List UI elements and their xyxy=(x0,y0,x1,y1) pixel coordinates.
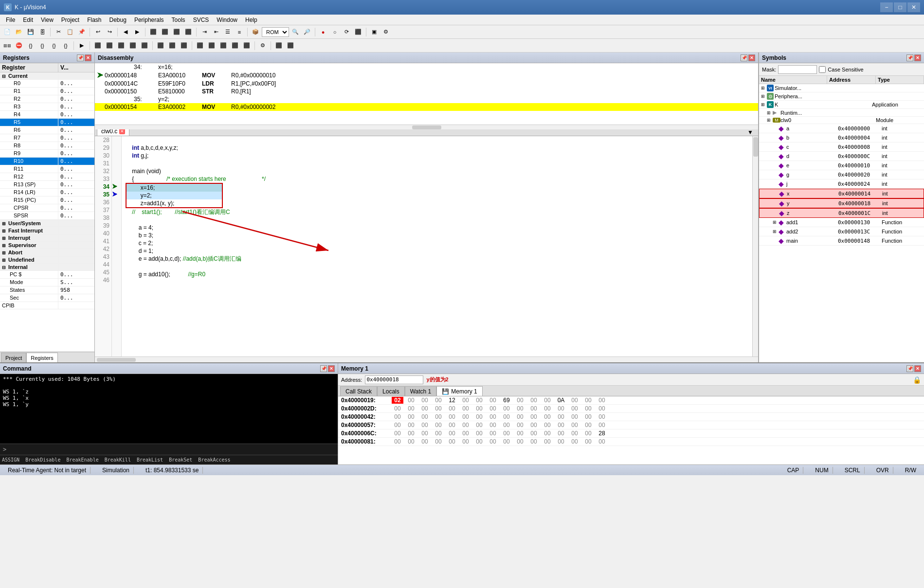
code-line-37[interactable]: // start1(); //start1()看汇编调用C xyxy=(125,208,752,216)
tb2-d3[interactable]: ⬛ xyxy=(179,40,189,51)
registers-close-icon[interactable]: ✕ xyxy=(85,54,91,61)
tb2-g1[interactable]: ⬛ xyxy=(273,40,284,51)
menu-help[interactable]: Help xyxy=(241,16,261,24)
memory-address-input[interactable] xyxy=(365,375,423,384)
code-line-41[interactable]: c = 2; xyxy=(125,239,752,247)
sym-simulator[interactable]: ⊞ VI Simulator... xyxy=(759,84,924,92)
toolbar-fwd[interactable]: ▶ xyxy=(132,27,143,37)
toolbar-zoom-in[interactable]: 🔎 xyxy=(302,27,312,37)
menu-tools[interactable]: Tools xyxy=(168,16,189,24)
reg-r15pc[interactable]: R15 (PC)0... xyxy=(0,196,94,204)
memory-lock-icon[interactable]: 🔒 xyxy=(913,376,921,384)
toolbar-stop[interactable]: ○ xyxy=(329,27,340,37)
disasm-row-14c[interactable]: 0x0000014C E59F10F0 LDR R1,[PC,#0x00F0] xyxy=(95,80,758,88)
sym-var-e[interactable]: ◆ e 0x40000010 int xyxy=(759,161,924,170)
tb2-d1[interactable]: ⬛ xyxy=(155,40,166,51)
mask-input[interactable] xyxy=(778,65,817,74)
tab-project[interactable]: Project xyxy=(1,353,26,362)
close-button[interactable]: ✕ xyxy=(907,2,920,12)
editor-hscroll[interactable] xyxy=(95,356,758,362)
reg-r7[interactable]: R70... xyxy=(0,134,94,142)
toolbar-win[interactable]: ▣ xyxy=(369,27,380,37)
toolbar-unindent[interactable]: ⇤ xyxy=(211,27,221,37)
toolbar-b1[interactable]: ⬛ xyxy=(148,27,159,37)
toolbar-run[interactable]: ● xyxy=(318,27,328,37)
reg-r10[interactable]: R100... xyxy=(0,158,94,165)
toolbar-b5[interactable]: ⬛ xyxy=(353,27,363,37)
tb2-run2[interactable]: ▶ xyxy=(76,40,87,51)
sym-var-b[interactable]: ◆ b 0x40000004 int xyxy=(759,133,924,143)
code-line-29[interactable]: int a,b,c,d,e,x,y,z; xyxy=(125,144,752,152)
symbols-close-icon[interactable]: ✕ xyxy=(914,54,921,61)
disasm-pin-icon[interactable]: 📌 xyxy=(741,54,747,61)
toolbar-b2[interactable]: ⬛ xyxy=(160,27,170,37)
toolbar-save[interactable]: 💾 xyxy=(25,27,36,37)
disasm-hscroll-thumb[interactable] xyxy=(412,125,441,129)
reg-cpsr[interactable]: CPSR0... xyxy=(0,204,94,212)
reg-group-current[interactable]: ⊟ Current xyxy=(0,72,94,80)
tb2-stop[interactable]: ⛔ xyxy=(14,40,24,51)
tb2-e5[interactable]: ⬛ xyxy=(241,40,252,51)
disasm-row-34[interactable]: 34: x=16; xyxy=(95,63,758,71)
toolbar-align1[interactable]: ☰ xyxy=(222,27,233,37)
tb2-b5[interactable]: {} xyxy=(60,40,71,51)
reg-r4[interactable]: R40... xyxy=(0,111,94,119)
code-line-40[interactable]: b = 3; xyxy=(125,232,752,239)
sym-peripherals[interactable]: ⊞ ⚙ Periphera... xyxy=(759,92,924,101)
tb2-b4[interactable]: {} xyxy=(49,40,59,51)
toolbar-indent[interactable]: ⇥ xyxy=(199,27,210,37)
toolbar-saveall[interactable]: 🗄 xyxy=(37,27,48,37)
reg-states[interactable]: States958 xyxy=(0,286,94,294)
tb2-b3[interactable]: {} xyxy=(37,40,48,51)
reg-cpib[interactable]: CPIB xyxy=(0,302,94,309)
editor-vscroll-thumb[interactable] xyxy=(753,137,758,157)
sym-var-y[interactable]: ◆ y 0x40000018 int xyxy=(759,198,924,208)
code-line-39[interactable]: a = 4; xyxy=(125,224,752,232)
mem-row-2[interactable]: 0x4000002D: 00000000 00000000 00000000 0… xyxy=(338,405,924,413)
toolbar-b3[interactable]: ⬛ xyxy=(171,27,182,37)
reg-r6[interactable]: R60... xyxy=(0,126,94,134)
disasm-row-148[interactable]: ⮞ 0x00000148 E3A00010 MOV R0,#0x00000010 xyxy=(95,71,758,80)
code-line-34[interactable]: x=16; xyxy=(127,184,222,192)
menu-flash[interactable]: Flash xyxy=(83,16,105,24)
memory-pin-icon[interactable]: 📌 xyxy=(906,365,913,372)
sym-var-a[interactable]: ◆ a 0x40000000 int xyxy=(759,124,924,133)
tab-callstack[interactable]: Call Stack xyxy=(340,386,377,396)
mem-row-6[interactable]: 0x40000081: 00000000 00000000 00000000 0… xyxy=(338,438,924,446)
code-line-33[interactable]: { /* execution starts here */ xyxy=(125,175,752,183)
tab-memory1[interactable]: 💾 Memory 1 xyxy=(436,386,482,396)
command-close-icon[interactable]: ✕ xyxy=(328,365,335,372)
menu-debug[interactable]: Debug xyxy=(106,16,130,24)
toolbar-copy[interactable]: 📋 xyxy=(65,27,75,37)
toolbar-new[interactable]: 📄 xyxy=(2,27,13,37)
toolbar-undo[interactable]: ↩ xyxy=(92,27,103,37)
code-line-35[interactable]: y=2; xyxy=(127,192,222,199)
reg-sec[interactable]: Sec0... xyxy=(0,294,94,302)
reg-r5[interactable]: R50... xyxy=(0,119,94,126)
reg-r13sp[interactable]: R13 (SP)0... xyxy=(0,181,94,189)
tb2-c1[interactable]: ⬛ xyxy=(92,40,103,51)
mem-row-5[interactable]: 0x4000006C: 00000000 00000000 00000000 0… xyxy=(338,429,924,438)
reg-group-supervisor[interactable]: ⊞ Supervisor xyxy=(0,242,94,249)
menu-file[interactable]: File xyxy=(2,16,19,24)
toolbar-paste[interactable]: 📌 xyxy=(76,27,87,37)
sym-var-z[interactable]: ◆ z 0x4000001C int xyxy=(759,208,924,218)
tb2-c4[interactable]: ⬛ xyxy=(127,40,138,51)
editor-vscroll[interactable] xyxy=(752,136,758,356)
menu-edit[interactable]: Edit xyxy=(19,16,37,24)
maximize-button[interactable]: □ xyxy=(894,2,906,12)
tab-registers[interactable]: Registers xyxy=(26,353,57,362)
reg-mode[interactable]: ModeS... xyxy=(0,279,94,286)
code-line-30[interactable]: int g,j; xyxy=(125,152,752,160)
reg-group-fastinterrupt[interactable]: ⊞ Fast Interrupt xyxy=(0,227,94,234)
editor-hscroll-thumb[interactable] xyxy=(97,358,136,362)
editor-tab-dropdown[interactable]: ▼ xyxy=(744,129,756,136)
minimize-button[interactable]: − xyxy=(880,2,893,12)
toolbar-open[interactable]: 📂 xyxy=(14,27,24,37)
reg-r14lr[interactable]: R14 (LR)0... xyxy=(0,189,94,196)
symbols-pin-icon[interactable]: 📌 xyxy=(906,54,913,61)
sym-var-c[interactable]: ◆ c 0x40000008 int xyxy=(759,143,924,152)
toolbar-back[interactable]: ◀ xyxy=(120,27,131,37)
tb2-c2[interactable]: ⬛ xyxy=(104,40,115,51)
mem-row-1[interactable]: 0x40000019: 02 00 00 00 12 00 00 00 69 0… xyxy=(338,396,924,405)
